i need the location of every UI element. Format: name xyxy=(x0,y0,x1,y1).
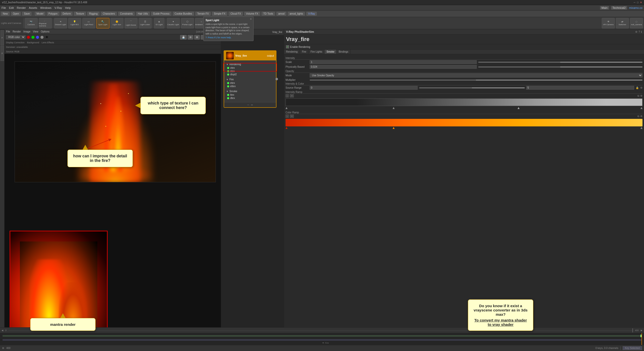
rv-file-menu[interactable]: File xyxy=(6,30,10,33)
cloud-fx-btn[interactable]: Cloud FX xyxy=(229,12,243,16)
rv-view-menu[interactable]: View xyxy=(33,30,38,33)
tab-bindings[interactable]: Bindings xyxy=(337,50,350,54)
source-range-slider[interactable] xyxy=(419,87,525,88)
ramp-minus-btn[interactable]: - xyxy=(286,94,289,97)
gi-light-tool[interactable]: ◈ GI Light xyxy=(154,18,165,28)
rv-options-menu[interactable]: Options xyxy=(41,30,49,33)
light-sun-tool[interactable]: 🌞 Light Sun xyxy=(110,18,124,28)
texture-btn[interactable]: Texture xyxy=(74,12,86,16)
scale-slider[interactable] xyxy=(478,62,643,63)
intensity-ramp[interactable] xyxy=(286,98,642,106)
technical2-workspace[interactable]: Technical2 xyxy=(611,6,627,10)
amod-lights-btn[interactable]: amod_lights xyxy=(288,12,305,16)
menu-edit[interactable]: Edit xyxy=(9,6,14,9)
caustic-light-tool[interactable]: ✦ Caustic Light xyxy=(167,18,180,28)
vr-camera-tool[interactable]: 👁 VR Camera xyxy=(602,18,615,28)
color-ramp-settings-icon[interactable]: ⚙ xyxy=(640,115,642,118)
new-btn[interactable]: New xyxy=(1,12,10,16)
source-range-min-input[interactable] xyxy=(310,86,418,90)
simple-fx-btn[interactable]: Simple FX xyxy=(212,12,227,16)
minimize-btn[interactable]: ─ xyxy=(634,1,635,4)
terrain-fx-btn[interactable]: Terrain FX xyxy=(195,12,211,16)
vray-fire-node[interactable]: Vray_fire output ▼ Rendering vtex xyxy=(224,50,276,108)
ramp-plus-btn[interactable]: + xyxy=(290,94,294,97)
save-image-btn[interactable]: 💾 xyxy=(180,35,187,40)
ramp-settings-icon-2[interactable]: ⚙ xyxy=(640,94,642,97)
physical-camera-tool[interactable]: 🎥 Physical Camera xyxy=(39,18,52,28)
tab-smoke[interactable]: Smoke xyxy=(325,50,337,54)
menu-render[interactable]: Render xyxy=(17,6,26,9)
physically-based-input[interactable] xyxy=(310,65,477,69)
null-camera-tool[interactable]: ◌ null_camera xyxy=(630,18,643,28)
characters-btn[interactable]: Characters xyxy=(101,12,117,16)
menu-file[interactable]: File xyxy=(2,6,6,9)
menu-windows[interactable]: Windows xyxy=(40,6,52,9)
menu-help[interactable]: Help xyxy=(65,6,71,9)
prop-help-icon[interactable]: ? xyxy=(638,30,640,33)
prop-info-icon[interactable]: ℹ xyxy=(641,30,642,33)
color-ramp-plus-btn[interactable]: + xyxy=(290,115,294,118)
node-collapse-btn[interactable]: ─ xyxy=(247,103,249,106)
vray-btn[interactable]: V-Ray xyxy=(306,12,317,16)
color-mode-select[interactable]: RGB color xyxy=(6,35,25,39)
mode-select[interactable]: Use Smoke Opacity xyxy=(310,73,642,78)
node-expand-btn[interactable]: ═ xyxy=(251,103,253,106)
alpha-channel-dot[interactable] xyxy=(41,36,44,39)
tab-fire-lights[interactable]: Fire Lights xyxy=(308,50,325,54)
fire-arrow[interactable]: ▼ xyxy=(226,78,228,81)
guide-process-btn[interactable]: Guide Process xyxy=(151,12,171,16)
prop-settings-icon[interactable]: ⚙ xyxy=(635,30,637,33)
menu-vray[interactable]: V-Ray xyxy=(54,6,62,9)
sidebar-tab-2[interactable]: N xyxy=(1,46,4,61)
close-btn[interactable]: ✕ xyxy=(640,1,642,4)
tooltip-close-btn[interactable]: ✕ xyxy=(250,18,252,20)
rigging-btn[interactable]: Rigging xyxy=(87,12,99,16)
td-tools-btn[interactable]: TD Tools xyxy=(262,12,275,16)
ramp-settings-icon[interactable]: ⚙ xyxy=(640,86,642,89)
timeline-body[interactable]: ▼ Fire xyxy=(0,333,644,345)
save-btn[interactable]: Save xyxy=(22,12,31,16)
portal-light-tool[interactable]: ⬡ Portal Light xyxy=(181,18,194,28)
ramp-copy-icon[interactable]: ⧉ xyxy=(637,94,639,97)
camera-tool[interactable]: 📷 Camera xyxy=(25,18,38,28)
switcher-tool[interactable]: ⇄ Switcher xyxy=(616,18,629,28)
distant-light-tool[interactable]: ☀ Distant Light xyxy=(54,18,67,28)
spot-light-tool[interactable]: 🔦 Spot Light xyxy=(96,18,109,28)
maximize-btn[interactable]: □ xyxy=(637,1,638,4)
red-channel-dot[interactable] xyxy=(27,36,30,39)
cookie-bundles-btn[interactable]: Cookie Bundles xyxy=(173,12,194,16)
scale-input[interactable] xyxy=(310,60,477,64)
color-ramp-minus-btn[interactable]: - xyxy=(286,115,289,118)
sidebar-tab-1[interactable]: S xyxy=(1,30,4,45)
physically-based-slider[interactable] xyxy=(478,66,643,67)
blue-channel-dot[interactable] xyxy=(36,36,39,39)
zoom-fit-btn[interactable]: ⊠ xyxy=(194,35,200,40)
rv-image-menu[interactable]: Image xyxy=(23,30,30,33)
light-dome-tool[interactable]: ⌒ Light Dome xyxy=(125,18,138,28)
main-viewport[interactable]: which type of texture I can connect here… xyxy=(5,54,221,339)
polygon-btn[interactable]: Polygon xyxy=(47,12,59,16)
view-toggle-btn[interactable]: ⊞ xyxy=(188,35,193,40)
light-rect-tool[interactable]: ▭ Light Rect xyxy=(82,18,95,28)
amod-btn[interactable]: amod xyxy=(276,12,286,16)
rendering-arrow[interactable]: ▼ xyxy=(226,63,228,66)
color-ramp-copy-icon[interactable]: ⧉ xyxy=(637,115,639,118)
deform-btn[interactable]: Deform xyxy=(61,12,73,16)
smoke-arrow[interactable]: ▼ xyxy=(226,90,228,93)
model-btn[interactable]: Model xyxy=(35,12,45,16)
enable-rendering-checkbox[interactable]: ✓ xyxy=(286,45,289,48)
hair-utils-btn[interactable]: Hair Utils xyxy=(136,12,150,16)
volume-fx-btn[interactable]: Volume FX xyxy=(244,12,260,16)
source-range-max-input[interactable] xyxy=(526,86,634,90)
node-network-area[interactable]: Vray_fire output ▼ Rendering vtex xyxy=(221,35,284,351)
tab-fire[interactable]: Fire xyxy=(300,50,308,54)
main-workspace[interactable]: Main xyxy=(600,6,609,10)
color-ramp-gradient[interactable] xyxy=(286,119,642,126)
timeline-right-btn[interactable]: ▶ xyxy=(641,329,642,332)
open-btn[interactable]: Open xyxy=(11,12,21,16)
menu-assets[interactable]: Assets xyxy=(29,6,37,9)
lut-btn[interactable]: ☀ xyxy=(45,35,49,40)
rv-render-menu[interactable]: Render xyxy=(13,30,21,33)
green-channel-dot[interactable] xyxy=(31,36,34,39)
constraints-btn[interactable]: Constraints xyxy=(118,12,135,16)
